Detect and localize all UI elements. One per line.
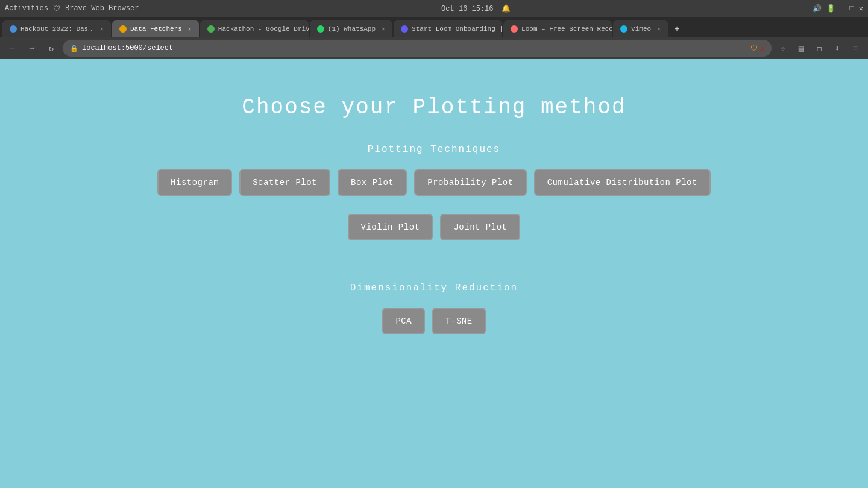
forward-button[interactable]: → (24, 40, 40, 56)
plotting-section-label: Plotting Techniques (157, 144, 711, 155)
tab-whatsapp-label: (1) WhatsApp (328, 25, 376, 33)
back-button[interactable]: ← (5, 40, 20, 56)
reload-button[interactable]: ↻ (43, 40, 59, 56)
new-tab-button[interactable]: + (669, 22, 685, 37)
cumulative-distribution-plot-button[interactable]: Cumulative Distribution Plot (534, 169, 711, 196)
menu-button[interactable]: ≡ (848, 40, 863, 56)
browser-name-label: Brave Web Browser (65, 4, 139, 13)
box-plot-button[interactable]: Box Plot (338, 169, 407, 196)
probability-plot-button[interactable]: Probability Plot (414, 169, 526, 196)
browser-chrome: Activities 🛡 Brave Web Browser Oct 16 15… (0, 0, 868, 59)
minimize-button[interactable]: — (840, 4, 844, 13)
tab-vimeo-label: Vimeo (631, 25, 651, 33)
dimensionality-section-label: Dimensionality Reduction (350, 283, 518, 293)
tab-datafetchers-close[interactable]: ✕ (188, 25, 192, 33)
title-bar-left: Activities 🛡 Brave Web Browser (5, 4, 139, 13)
tab-vimeo-close[interactable]: ✕ (657, 25, 661, 33)
sidebar-button[interactable]: ▤ (793, 40, 809, 56)
tab-datafetchers-label: Data Fetchers (130, 25, 182, 33)
window-button[interactable]: ◻ (811, 40, 827, 56)
tab-hackathon-label: Hackathon - Google Drive (218, 25, 309, 33)
nav-actions: ☆ ▤ ◻ ⬇ ≡ (775, 40, 863, 56)
datetime-label: Oct 16 15:16 (441, 5, 493, 13)
address-text[interactable]: localhost:5000/select (82, 44, 747, 52)
lock-icon: 🔒 (70, 45, 78, 52)
joint-plot-button[interactable]: Joint Plot (440, 214, 520, 240)
plotting-row-2: Violin Plot Joint Plot (157, 214, 711, 240)
bookmark-button[interactable]: ☆ (775, 40, 791, 56)
pca-button[interactable]: PCA (382, 308, 425, 334)
tab-whatsapp[interactable]: (1) WhatsApp ✕ (310, 20, 392, 37)
tab-whatsapp-close[interactable]: ✕ (382, 25, 385, 33)
tab-loom-recorder-label: Loom – Free Screen Recorde... (521, 25, 612, 33)
tab-hackathon[interactable]: Hackathon - Google Drive ✕ (200, 20, 309, 37)
tab-loom-onboard[interactable]: Start Loom Onboarding | Loo... ✕ (394, 20, 502, 37)
brave-shield-icon: 🛡 (750, 44, 758, 53)
tsne-button[interactable]: T-SNE (432, 308, 486, 334)
extensions-icon: ⚠ (760, 44, 764, 53)
activities-label[interactable]: Activities (5, 4, 48, 13)
downloads-button[interactable]: ⬇ (829, 40, 845, 56)
tab-hackout-label: Hackout 2022: Dashboard | D... (20, 25, 94, 33)
title-bar-right: 🔊 🔋 — □ ✕ (813, 4, 863, 13)
nav-bar: ← → ↻ 🔒 localhost:5000/select 🛡 ⚠ ☆ ▤ ◻ … (0, 37, 868, 59)
title-bar: Activities 🛡 Brave Web Browser Oct 16 15… (0, 0, 868, 17)
page-content: Choose your Plotting method Plotting Tec… (0, 59, 868, 488)
tab-loom-onboard-label: Start Loom Onboarding | Loo... (412, 25, 502, 33)
address-bar-icons: 🛡 ⚠ (750, 44, 764, 53)
title-bar-center: Oct 16 15:16 🔔 (441, 4, 511, 13)
histogram-button[interactable]: Histogram (157, 169, 232, 196)
tab-hackout[interactable]: Hackout 2022: Dashboard | D... ✕ (2, 20, 111, 37)
scatter-plot-button[interactable]: Scatter Plot (239, 169, 330, 196)
maximize-button[interactable]: □ (850, 4, 854, 13)
audio-icon: 🔊 (813, 4, 822, 13)
violin-plot-button[interactable]: Violin Plot (348, 214, 433, 240)
plotting-row-1: Histogram Scatter Plot Box Plot Probabil… (157, 169, 711, 196)
page-title: Choose your Plotting method (242, 95, 626, 120)
tab-loom-recorder[interactable]: Loom – Free Screen Recorde... ✕ (503, 20, 612, 37)
dimensionality-section: Dimensionality Reduction PCA T-SNE (350, 283, 518, 352)
tabs-bar: Hackout 2022: Dashboard | D... ✕ Data Fe… (0, 17, 868, 37)
address-bar[interactable]: 🔒 localhost:5000/select 🛡 ⚠ (63, 40, 772, 57)
tab-vimeo[interactable]: Vimeo ✕ (613, 20, 668, 37)
close-button[interactable]: ✕ (859, 4, 863, 13)
battery-icon: 🔋 (826, 4, 835, 13)
tab-hackout-close[interactable]: ✕ (100, 25, 104, 33)
plotting-section: Plotting Techniques Histogram Scatter Pl… (157, 144, 711, 258)
dimensionality-row-1: PCA T-SNE (350, 308, 518, 334)
tab-datafetchers[interactable]: Data Fetchers ✕ (112, 20, 199, 37)
